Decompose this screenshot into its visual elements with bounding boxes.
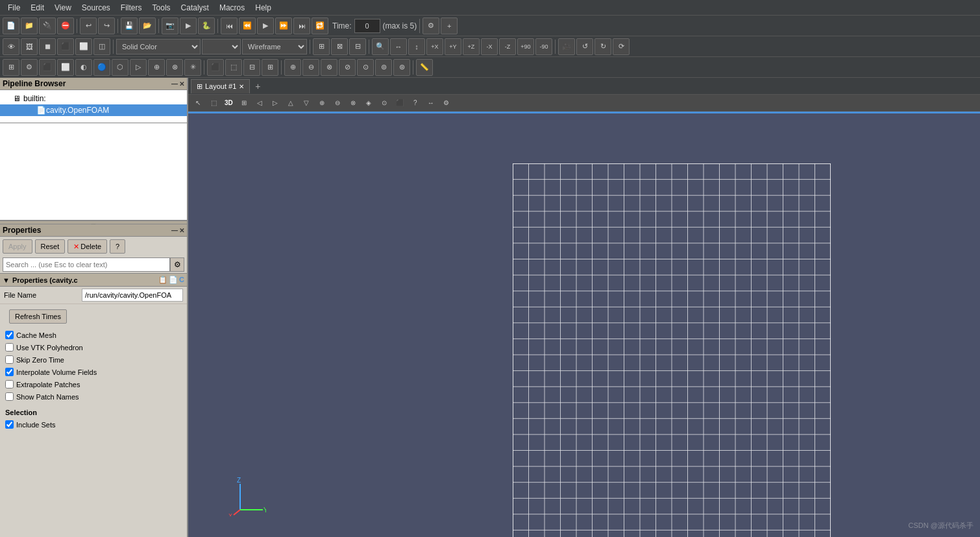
t3-9[interactable]: ⊕ bbox=[148, 59, 165, 76]
disconnect-btn[interactable]: ⛔ bbox=[57, 18, 74, 34]
menu-tools[interactable]: Tools bbox=[147, 2, 176, 14]
use-vtk-checkbox[interactable] bbox=[5, 343, 14, 352]
t3-4[interactable]: ⬜ bbox=[57, 59, 74, 76]
copy-icon[interactable]: 📋 bbox=[158, 276, 167, 284]
t3-5[interactable]: ◐ bbox=[75, 59, 92, 76]
menu-help[interactable]: Help bbox=[250, 2, 276, 14]
layout1-btn[interactable]: ◼ bbox=[39, 38, 56, 55]
reset-button[interactable]: Reset bbox=[35, 239, 66, 254]
vp-cam-right[interactable]: ▷ bbox=[268, 97, 282, 110]
vp-interact-btn[interactable]: ↖ bbox=[191, 97, 205, 110]
cam1-btn[interactable]: 🎥 bbox=[558, 38, 575, 55]
rot-90-btn[interactable]: -90 bbox=[535, 38, 552, 55]
cache-mesh-checkbox[interactable] bbox=[5, 331, 14, 339]
t3-16[interactable]: ⊕ bbox=[284, 59, 301, 76]
t3-17[interactable]: ⊖ bbox=[302, 59, 319, 76]
t3-1[interactable]: ⊞ bbox=[3, 59, 19, 76]
vp-cam-opt2[interactable]: ⊖ bbox=[330, 97, 345, 110]
magnify-btn[interactable]: 🔍 bbox=[372, 38, 389, 55]
t3-6[interactable]: 🔵 bbox=[93, 59, 110, 76]
tab-close-icon[interactable]: ✕ bbox=[239, 83, 244, 90]
python-btn[interactable]: 🐍 bbox=[198, 18, 215, 34]
props-min-icon[interactable]: — bbox=[171, 227, 178, 234]
prev-frame-btn[interactable]: ⏪ bbox=[239, 18, 256, 34]
tree-cavity[interactable]: 👁 📄 cavity.OpenFOAM bbox=[0, 104, 187, 116]
undo-btn[interactable]: ↩ bbox=[80, 18, 97, 34]
cam2-btn[interactable]: ↺ bbox=[576, 38, 593, 55]
vp-reset-camera[interactable]: ⊞ bbox=[237, 97, 251, 110]
vp-cam-opt8[interactable]: ↔ bbox=[424, 97, 438, 110]
vp-cam-opt5[interactable]: ⊙ bbox=[377, 97, 391, 110]
save-state-btn[interactable]: 💾 bbox=[121, 18, 138, 34]
record-btn[interactable]: ▶ bbox=[180, 18, 197, 34]
edge-color-dropdown[interactable] bbox=[202, 39, 241, 54]
vp-cam-opt4[interactable]: ◈ bbox=[361, 97, 376, 110]
tab-add-button[interactable]: + bbox=[251, 80, 264, 93]
skip-zero-checkbox[interactable] bbox=[5, 355, 14, 364]
xform2-btn[interactable]: ⊠ bbox=[331, 38, 348, 55]
reset-section-icon[interactable]: C bbox=[179, 276, 184, 284]
axis-y-btn[interactable]: +Y bbox=[445, 38, 461, 55]
settings-btn[interactable]: ⚙ bbox=[423, 18, 439, 34]
t3-14[interactable]: ⊟ bbox=[243, 59, 260, 76]
t3-10[interactable]: ⊗ bbox=[166, 59, 183, 76]
menu-catalyst[interactable]: Catalyst bbox=[176, 2, 214, 14]
menu-file[interactable]: File bbox=[3, 2, 25, 14]
apply-button[interactable]: Apply bbox=[3, 239, 32, 254]
play-btn[interactable]: ▶ bbox=[257, 18, 274, 34]
file-name-input[interactable] bbox=[82, 289, 183, 302]
t3-3[interactable]: ⬛ bbox=[39, 59, 56, 76]
t3-2[interactable]: ⚙ bbox=[21, 59, 38, 76]
cam4-btn[interactable]: ⟳ bbox=[613, 38, 630, 55]
paste-icon[interactable]: 📄 bbox=[169, 276, 178, 284]
t3-12[interactable]: ⬛ bbox=[207, 59, 224, 76]
vp-cam-opt1[interactable]: ⊕ bbox=[315, 97, 329, 110]
layout3-btn[interactable]: ⬜ bbox=[75, 38, 92, 55]
menu-macros[interactable]: Macros bbox=[214, 2, 250, 14]
t3-19[interactable]: ⊘ bbox=[339, 59, 356, 76]
t3-13[interactable]: ⬚ bbox=[225, 59, 242, 76]
layout4-btn[interactable]: ◫ bbox=[93, 38, 110, 55]
pipeline-close-icon[interactable]: ✕ bbox=[179, 80, 184, 88]
nav2-btn[interactable]: ↕ bbox=[408, 38, 425, 55]
search-input[interactable] bbox=[3, 257, 170, 272]
rot90-btn[interactable]: +90 bbox=[517, 38, 534, 55]
props-close-icon[interactable]: ✕ bbox=[179, 227, 184, 234]
t3-22[interactable]: ⊛ bbox=[393, 59, 410, 76]
viewport-3d[interactable]: Z Y X CSDN @源代码杀手 bbox=[188, 112, 980, 537]
first-frame-btn[interactable]: ⏮ bbox=[221, 18, 238, 34]
new-btn[interactable]: 📄 bbox=[3, 18, 19, 34]
time-input[interactable] bbox=[354, 19, 380, 33]
nav1-btn[interactable]: ↔ bbox=[390, 38, 407, 55]
axis-z-btn[interactable]: +Z bbox=[463, 38, 480, 55]
representation-dropdown[interactable]: Wireframe bbox=[242, 39, 307, 54]
show-hide-btn[interactable]: 👁 bbox=[3, 38, 19, 55]
camera-btn[interactable]: + bbox=[441, 18, 458, 34]
menu-view[interactable]: View bbox=[49, 2, 77, 14]
vp-cam-opt3[interactable]: ⊗ bbox=[346, 97, 360, 110]
vp-cam-down[interactable]: ▽ bbox=[299, 97, 313, 110]
delete-button[interactable]: ✕ Delete bbox=[67, 239, 107, 254]
help-button[interactable]: ? bbox=[110, 239, 125, 254]
axis-nz-btn[interactable]: -Z bbox=[499, 38, 516, 55]
axis-x-btn[interactable]: +X bbox=[426, 38, 443, 55]
pipeline-min-icon[interactable]: — bbox=[171, 80, 178, 88]
menu-sources[interactable]: Sources bbox=[77, 2, 116, 14]
section-collapse-icon[interactable]: ▼ bbox=[3, 276, 10, 284]
bg-btn[interactable]: 🖼 bbox=[21, 38, 38, 55]
connect-btn[interactable]: 🔌 bbox=[39, 18, 56, 34]
t3-11[interactable]: ✳ bbox=[184, 59, 201, 76]
cam3-btn[interactable]: ↻ bbox=[594, 38, 611, 55]
t3-7[interactable]: ⬡ bbox=[112, 59, 129, 76]
t3-15[interactable]: ⊞ bbox=[262, 59, 278, 76]
t3-20[interactable]: ⊙ bbox=[357, 59, 374, 76]
load-state-btn[interactable]: 📂 bbox=[139, 18, 156, 34]
open-btn[interactable]: 📁 bbox=[21, 18, 38, 34]
t3-21[interactable]: ⊚ bbox=[375, 59, 392, 76]
xform1-btn[interactable]: ⊞ bbox=[313, 38, 330, 55]
vp-cam-left[interactable]: ◁ bbox=[252, 97, 267, 110]
axis-nx-btn[interactable]: -X bbox=[481, 38, 498, 55]
show-patch-checkbox[interactable] bbox=[5, 392, 14, 401]
vp-cam-up[interactable]: △ bbox=[284, 97, 298, 110]
xform3-btn[interactable]: ⊟ bbox=[349, 38, 366, 55]
